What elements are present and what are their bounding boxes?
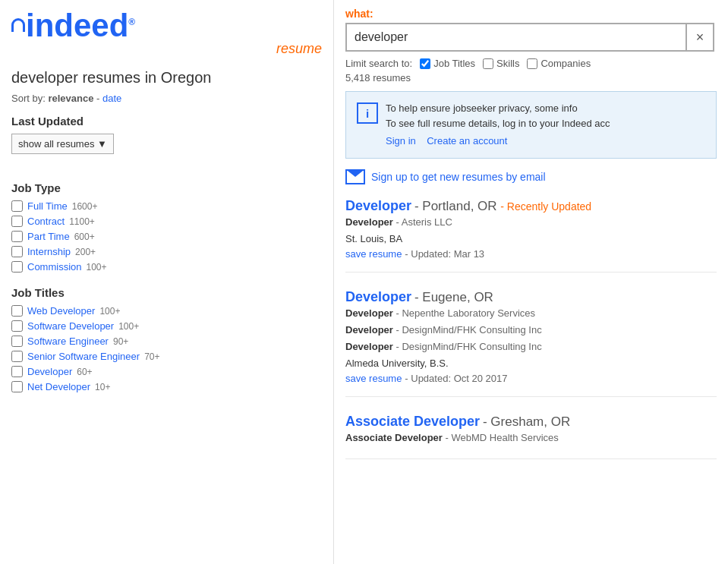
limit-job-titles-label: Job Titles [433,58,475,69]
sort-current: relevance [48,93,93,104]
filter-full-time-checkbox[interactable] [11,200,23,212]
result-3-title-link[interactable]: Associate Developer [345,414,480,429]
what-label: what: [345,8,717,20]
sort-by-label: Sort by: [11,93,46,104]
filter-commission-link[interactable]: Commission [27,261,82,273]
search-clear-button[interactable]: × [687,23,714,52]
filter-web-developer-link[interactable]: Web Developer [27,305,95,317]
result-3-details: Associate Developer - WebMD Health Servi… [345,430,717,446]
result-2-title-link[interactable]: Developer [345,289,411,304]
filter-software-developer-link[interactable]: Software Developer [27,320,114,332]
limit-label: Limit search to: [345,58,412,69]
result-1-role: Developer - Asteris LLC [345,214,717,231]
result-1: Developer - Portland, OR - Recently Upda… [345,198,717,273]
result-2-role-1: Developer - Nepenthe Laboratory Services [345,305,717,322]
filter-developer-checkbox[interactable] [11,366,23,377]
filter-software-engineer-count: 90+ [113,336,128,347]
filter-web-developer-checkbox[interactable] [11,305,23,317]
filter-contract-count: 1100+ [69,216,95,227]
filter-contract-checkbox[interactable] [11,216,23,227]
filter-internship-count: 200+ [75,247,96,257]
filter-net-developer: Net Developer 10+ [11,381,322,392]
job-titles-section: Job Titles Web Developer 100+ Software D… [11,286,322,392]
filter-web-developer: Web Developer 100+ [11,305,322,317]
filter-developer: Developer 60+ [11,366,322,377]
result-2-title-row: Developer - Eugene, OR [345,289,717,305]
email-signup-link[interactable]: Sign up to get new resumes by email [371,171,546,183]
filter-senior-software-engineer-count: 70+ [144,351,159,362]
info-text-line2: To see full resume details, log in to yo… [386,116,610,131]
filter-part-time-count: 600+ [74,232,95,242]
email-icon [345,169,365,184]
filter-software-engineer: Software Engineer 90+ [11,336,322,347]
email-signup-row: Sign up to get new resumes by email [345,169,717,184]
result-1-details: Developer - Asteris LLC St. Louis, BA [345,214,717,247]
limit-skills[interactable]: Skills [483,58,519,69]
filter-developer-count: 60+ [77,367,92,377]
result-1-edu: St. Louis, BA [345,231,717,247]
filter-internship-checkbox[interactable] [11,246,23,257]
filter-net-developer-checkbox[interactable] [11,381,23,392]
filter-part-time-link[interactable]: Part Time [27,231,70,242]
search-input[interactable] [345,23,687,52]
info-text: To help ensure jobseeker privacy, some i… [386,101,610,149]
filter-developer-link[interactable]: Developer [27,366,72,377]
result-3-location: - Gresham, OR [483,414,570,429]
filter-software-developer: Software Developer 100+ [11,320,322,332]
info-links: Sign in Create an account [386,134,610,149]
job-type-label: Job Type [11,181,322,194]
last-updated-dropdown[interactable]: show all resumes ▼ [11,134,114,154]
filter-contract: Contract 1100+ [11,216,322,227]
result-2-role-2: Developer - DesignMind/FHK Consulting In… [345,322,717,339]
resume-count: 5,418 resumes [345,72,717,83]
filter-senior-software-engineer: Senior Software Engineer 70+ [11,351,322,362]
sign-in-link[interactable]: Sign in [386,135,416,147]
filter-full-time-link[interactable]: Full Time [27,200,68,212]
filter-internship-link[interactable]: Internship [27,246,71,257]
job-titles-label: Job Titles [11,286,322,299]
limit-job-titles[interactable]: Job Titles [420,58,475,69]
sort-line: Sort by: relevance - date [11,93,322,104]
result-1-title-row: Developer - Portland, OR - Recently Upda… [345,198,717,214]
search-bar: × [345,23,717,52]
sort-date-link[interactable]: date [102,93,121,104]
filter-web-developer-count: 100+ [99,306,120,317]
result-1-save-link[interactable]: save resume [345,248,402,260]
limit-job-titles-checkbox[interactable] [420,58,430,69]
limit-companies-label: Companies [540,58,591,69]
filter-senior-software-engineer-link[interactable]: Senior Software Engineer [27,351,140,362]
filter-full-time: Full Time 1600+ [11,200,322,212]
result-2-save-link[interactable]: save resume [345,373,402,384]
filter-software-developer-checkbox[interactable] [11,320,23,332]
logo: indeed® resume [11,8,322,57]
filter-net-developer-link[interactable]: Net Developer [27,381,90,392]
filter-software-engineer-checkbox[interactable] [11,336,23,347]
filter-commission: Commission 100+ [11,261,322,273]
last-updated-label: Last Updated [11,115,322,128]
filter-senior-software-engineer-checkbox[interactable] [11,351,23,362]
limit-companies[interactable]: Companies [527,58,591,69]
limit-companies-checkbox[interactable] [527,58,537,69]
result-2-details: Developer - Nepenthe Laboratory Services… [345,305,717,372]
result-2-role-3: Developer - DesignMind/FHK Consulting In… [345,339,717,355]
limit-skills-checkbox[interactable] [483,58,493,69]
result-2-edu: Almeda University, B.S. [345,355,717,372]
result-2: Developer - Eugene, OR Developer - Nepen… [345,289,717,397]
info-box: i To help ensure jobseeker privacy, some… [345,91,717,159]
result-1-title-link[interactable]: Developer [345,198,411,213]
filter-software-engineer-link[interactable]: Software Engineer [27,336,109,347]
create-account-link[interactable]: Create an account [427,135,507,147]
filter-part-time: Part Time 600+ [11,231,322,242]
filter-contract-link[interactable]: Contract [27,216,65,227]
result-2-updated: - Updated: Oct 20 2017 [405,373,507,384]
filter-part-time-checkbox[interactable] [11,231,23,242]
info-icon: i [357,102,378,124]
result-2-footer: save resume - Updated: Oct 20 2017 [345,372,717,384]
result-2-location: - Eugene, OR [414,290,493,304]
filter-full-time-count: 1600+ [72,201,98,212]
filter-commission-count: 100+ [87,262,107,273]
page-title: developer resumes in Oregon [11,69,322,87]
filter-commission-checkbox[interactable] [11,261,23,273]
logo-text: indeed® [11,8,135,44]
result-3: Associate Developer - Gresham, OR Associ… [345,414,717,459]
